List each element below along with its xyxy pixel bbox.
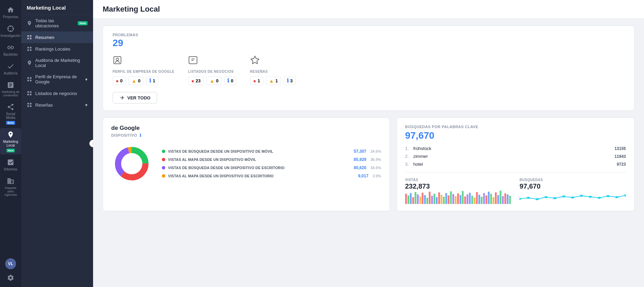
donut-chart xyxy=(111,143,152,184)
perfil-empresa-icon xyxy=(27,77,32,82)
device-info-icon: ℹ xyxy=(140,133,142,138)
svg-rect-44 xyxy=(440,195,442,204)
nav-investigacion-label: Investigación xyxy=(1,34,21,38)
resenas-icon xyxy=(27,102,32,108)
svg-rect-72 xyxy=(507,194,508,204)
nav-proyectos[interactable]: Proyectos xyxy=(0,3,21,21)
ver-todo-label: VER TODO xyxy=(127,95,151,100)
problems-label: PROBLEMAS xyxy=(113,33,624,37)
svg-rect-29 xyxy=(405,194,407,204)
settings-button[interactable] xyxy=(0,272,21,284)
resenas-chevron-down-icon: ▾ xyxy=(85,102,88,108)
svg-rect-6 xyxy=(27,49,29,51)
sidebar-title: Marketing Local xyxy=(21,0,93,15)
svg-rect-63 xyxy=(485,195,487,204)
sidebar-collapse-button[interactable]: › xyxy=(89,140,93,147)
nav-social-media-label: Social Media xyxy=(1,112,20,120)
svg-rect-22 xyxy=(189,57,197,64)
nav-backlinks[interactable]: Backlinks xyxy=(0,41,21,58)
svg-point-75 xyxy=(527,197,530,199)
svg-point-21 xyxy=(116,58,119,60)
keyword-name-0: frühstück xyxy=(413,146,612,151)
gear-row: VL xyxy=(0,258,21,287)
svg-rect-54 xyxy=(464,196,466,204)
nav-marketing-local[interactable]: Marketing Local New xyxy=(0,128,21,154)
sidebar-item-listados-negocios[interactable]: Listados de negocios xyxy=(21,87,93,99)
sidebar-item-auditoria-marketing[interactable]: Auditoría de Marketing Local xyxy=(21,55,93,71)
svg-rect-35 xyxy=(419,196,421,204)
sidebar-item-todas-ubicaciones[interactable]: Todas las ubicaciones New xyxy=(21,15,93,31)
sidebar-item-resumen[interactable]: Resumen xyxy=(21,31,93,43)
svg-rect-32 xyxy=(412,197,414,204)
vistas-chart xyxy=(405,190,512,204)
svg-rect-52 xyxy=(459,195,461,204)
resenas-star-icon xyxy=(250,55,296,67)
listados-negocios-label: Listados de negocios xyxy=(35,91,77,96)
svg-rect-57 xyxy=(471,196,473,204)
keyword-name-2: hotel xyxy=(413,162,614,167)
svg-point-85 xyxy=(615,196,619,198)
svg-rect-40 xyxy=(431,196,433,204)
warning-icon: ▲ xyxy=(209,78,215,84)
resenas-errors: ● 1 xyxy=(250,77,263,85)
nav-informes[interactable]: Informes xyxy=(0,156,21,173)
svg-rect-38 xyxy=(426,198,428,204)
investigation-icon xyxy=(7,25,14,32)
bottom-section-row: de Google DISPOSITIVO ℹ xyxy=(103,118,634,211)
legend-dot-purple xyxy=(162,166,165,169)
todas-ubicaciones-label: Todas las ubicaciones xyxy=(35,18,75,28)
social-media-icon xyxy=(7,103,14,111)
issue-cards-row: PERFIL DE EMPRESA DE GOOGLE ● 0 ▲ 0 ℹ 1 xyxy=(113,55,624,85)
page-title: Marketing Local xyxy=(93,0,644,19)
sidebar-item-rankings-locales[interactable]: Rankings Locales xyxy=(21,43,93,55)
auditoria-marketing-label: Auditoría de Marketing Local xyxy=(35,58,88,68)
informes-icon xyxy=(7,159,14,166)
issue-card-resenas: RESEÑAS ● 1 ▲ 1 ℹ 3 xyxy=(250,55,296,85)
marketing-local-icon xyxy=(7,131,14,138)
sidebar-item-resenas[interactable]: Reseñas ▾ xyxy=(21,99,93,111)
rankings-icon xyxy=(27,46,32,52)
svg-rect-33 xyxy=(414,192,416,204)
svg-rect-68 xyxy=(497,195,499,204)
svg-rect-46 xyxy=(445,193,447,204)
sidebar-item-perfil-empresa-google[interactable]: Perfil de Empresa de Google ▾ xyxy=(21,71,93,87)
legend-dot-green xyxy=(162,150,165,153)
audit-icon xyxy=(7,63,14,70)
busquedas-chart xyxy=(519,190,626,204)
problems-count: 29 xyxy=(113,38,624,49)
svg-rect-60 xyxy=(478,195,480,204)
svg-rect-61 xyxy=(481,197,482,204)
perfil-empresa-badges: ● 0 ▲ 0 ℹ 1 xyxy=(113,76,175,85)
keyword-name-1: zimmer xyxy=(413,154,612,159)
legend-item-1: VISTAS AL MAPA DESDE UN DISPOSITIVO MÓVI… xyxy=(162,157,381,162)
device-card: de Google DISPOSITIVO ℹ xyxy=(103,118,390,211)
device-label: DISPOSITIVO ℹ xyxy=(111,133,381,138)
svg-rect-41 xyxy=(434,194,435,204)
svg-rect-43 xyxy=(438,192,440,204)
svg-rect-7 xyxy=(30,49,31,51)
resenas-warnings: ▲ 1 xyxy=(266,77,281,85)
warning-icon: ▲ xyxy=(131,78,137,84)
nav-informes-label: Informes xyxy=(4,167,17,171)
avatar[interactable]: VL xyxy=(5,258,16,269)
svg-rect-66 xyxy=(492,197,494,204)
svg-rect-30 xyxy=(408,195,409,204)
nav-auditoria[interactable]: Auditoría xyxy=(0,60,21,77)
nav-investigacion[interactable]: Investigación xyxy=(0,22,21,40)
ver-todo-button[interactable]: VER TODO xyxy=(113,92,157,104)
nav-marketing-contenidos[interactable]: Marketing de contenidos xyxy=(0,79,21,99)
listados-errors: ● 23 xyxy=(188,77,204,85)
nav-paquete-agencias[interactable]: Paquete para Agencias xyxy=(0,175,21,199)
sidebar: Marketing Local Todas las ubicaciones Ne… xyxy=(21,0,93,287)
svg-rect-11 xyxy=(30,80,31,81)
resumen-label: Resumen xyxy=(35,35,54,40)
svg-point-28 xyxy=(118,150,145,177)
perfil-empresa-google-label: Perfil de Empresa de Google xyxy=(35,74,82,84)
info-icon: ℹ xyxy=(227,78,229,84)
svg-rect-69 xyxy=(500,191,501,204)
nav-social-media[interactable]: Social Media Beta xyxy=(0,100,21,127)
perfil-empresa-icon xyxy=(113,55,175,67)
svg-point-80 xyxy=(571,196,575,199)
svg-rect-20 xyxy=(114,57,121,64)
svg-rect-18 xyxy=(27,105,29,107)
